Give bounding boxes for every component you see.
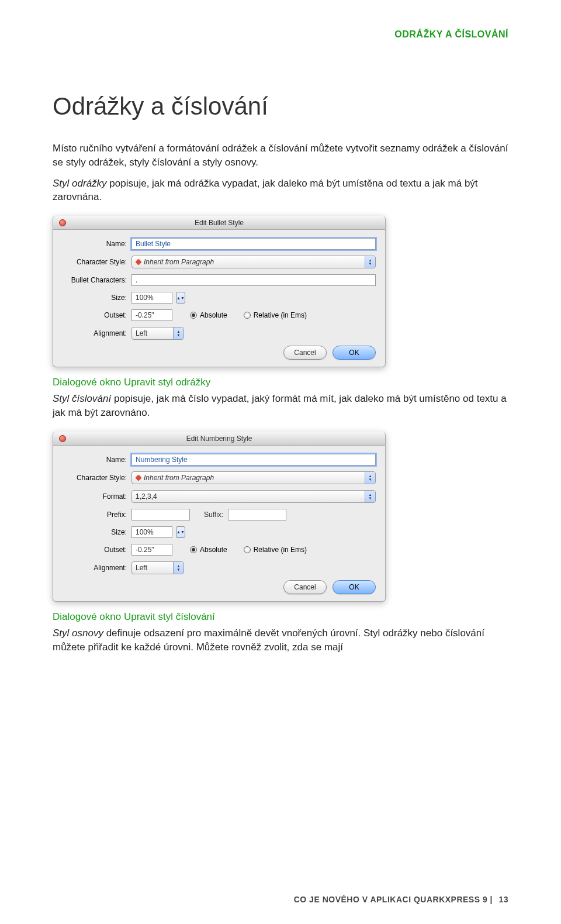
close-icon[interactable] — [59, 435, 66, 442]
size-stepper[interactable]: ▲▼ — [176, 526, 185, 538]
name-field[interactable] — [131, 454, 376, 466]
dialog-content: Name: Character Style: Inherit from Para… — [53, 446, 385, 601]
size-field[interactable] — [131, 526, 172, 538]
cancel-button[interactable]: Cancel — [283, 346, 327, 360]
close-icon[interactable] — [59, 219, 66, 226]
chevron-updown-icon: ▲▼ — [365, 472, 375, 484]
chevron-updown-icon: ▲▼ — [173, 562, 183, 574]
charstyle-select[interactable]: Inherit from Paragraph ▲▼ — [131, 256, 376, 268]
relative-label: Relative (in Ems) — [254, 311, 307, 319]
section-header: ODRÁŽKY A ČÍSLOVÁNÍ — [53, 29, 508, 40]
footer-text: CO JE NOVÉHO V APLIKACI QUARKXPRESS 9 — [294, 895, 487, 904]
para4-rest: definuje odsazení pro maximálně devět vn… — [53, 628, 484, 653]
name-label: Name: — [63, 456, 131, 464]
outset-label: Outset: — [63, 546, 131, 554]
ok-button[interactable]: OK — [333, 346, 376, 360]
size-field[interactable] — [131, 292, 172, 304]
name-field[interactable] — [131, 238, 376, 250]
footer-sep: | — [487, 895, 495, 904]
page-title: Odrážky a číslování — [53, 92, 508, 120]
alignment-label: Alignment: — [63, 329, 131, 337]
relative-radio[interactable] — [244, 312, 251, 319]
chevron-updown-icon: ▲▼ — [173, 327, 183, 339]
em-term: Styl osnovy — [53, 628, 103, 639]
footer: CO JE NOVÉHO V APLIKACI QUARKXPRESS 9 | … — [294, 895, 508, 904]
charstyle-value: Inherit from Paragraph — [144, 474, 214, 482]
alignment-value: Left — [136, 329, 147, 337]
bullets-field[interactable] — [131, 274, 376, 286]
warning-icon — [135, 474, 141, 481]
chevron-updown-icon: ▲▼ — [365, 491, 375, 502]
absolute-radio[interactable] — [190, 312, 197, 319]
size-stepper[interactable]: ▲▼ — [176, 292, 185, 304]
alignment-value: Left — [136, 564, 147, 572]
outset-field[interactable] — [131, 544, 172, 556]
em-term: Styl číslování — [53, 393, 111, 404]
page-number: 13 — [498, 895, 508, 904]
alignment-select[interactable]: Left ▲▼ — [131, 561, 184, 574]
para3-rest: popisuje, jak má číslo vypadat, jaký for… — [53, 393, 507, 418]
chevron-updown-icon: ▲▼ — [365, 256, 375, 268]
numbering-style-paragraph: Styl číslování popisuje, jak má číslo vy… — [53, 392, 508, 420]
outline-style-paragraph: Styl osnovy definuje odsazení pro maximá… — [53, 626, 508, 654]
dialog-content: Name: Character Style: Inherit from Para… — [53, 230, 385, 367]
cancel-button[interactable]: Cancel — [283, 580, 327, 594]
prefix-label: Prefix: — [63, 511, 131, 519]
format-select[interactable]: 1,2,3,4 ▲▼ — [131, 490, 376, 503]
outset-field[interactable] — [131, 309, 172, 321]
dialog-title: Edit Numbering Style — [186, 435, 252, 443]
alignment-select[interactable]: Left ▲▼ — [131, 327, 184, 340]
warning-icon — [135, 259, 141, 266]
dialog-titlebar: Edit Bullet Style — [53, 216, 385, 230]
suffix-label: Suffix: — [190, 511, 228, 519]
charstyle-select[interactable]: Inherit from Paragraph ▲▼ — [131, 471, 376, 484]
ok-button[interactable]: OK — [333, 580, 376, 594]
relative-radio[interactable] — [244, 546, 251, 553]
dialog-title: Edit Bullet Style — [195, 219, 244, 227]
para2-rest: popisuje, jak má odrážka vypadat, jak da… — [53, 178, 478, 203]
name-label: Name: — [63, 240, 131, 248]
size-label: Size: — [63, 528, 131, 536]
size-label: Size: — [63, 294, 131, 302]
charstyle-label: Character Style: — [63, 258, 131, 266]
charstyle-label: Character Style: — [63, 474, 131, 482]
edit-numbering-style-dialog: Edit Numbering Style Name: Character Sty… — [53, 432, 386, 602]
absolute-label: Absolute — [200, 311, 227, 319]
dialog2-caption: Dialogové okno Upravit styl číslování — [53, 611, 508, 623]
relative-label: Relative (in Ems) — [254, 546, 307, 554]
bullet-style-paragraph: Styl odrážky popisuje, jak má odrážka vy… — [53, 177, 508, 205]
bullets-label: Bullet Characters: — [63, 276, 131, 284]
dialog-titlebar: Edit Numbering Style — [53, 432, 385, 446]
em-term: Styl odrážky — [53, 178, 107, 189]
prefix-field[interactable] — [131, 509, 190, 520]
alignment-label: Alignment: — [63, 564, 131, 572]
absolute-label: Absolute — [200, 546, 227, 554]
dialog1-caption: Dialogové okno Upravit styl odrážky — [53, 377, 508, 388]
format-value: 1,2,3,4 — [136, 492, 157, 501]
outset-label: Outset: — [63, 311, 131, 319]
intro-paragraph: Místo ručního vytváření a formátování od… — [53, 142, 508, 170]
charstyle-value: Inherit from Paragraph — [144, 258, 214, 266]
absolute-radio[interactable] — [190, 546, 197, 553]
format-label: Format: — [63, 492, 131, 501]
edit-bullet-style-dialog: Edit Bullet Style Name: Character Style:… — [53, 216, 386, 367]
suffix-field[interactable] — [228, 509, 286, 520]
